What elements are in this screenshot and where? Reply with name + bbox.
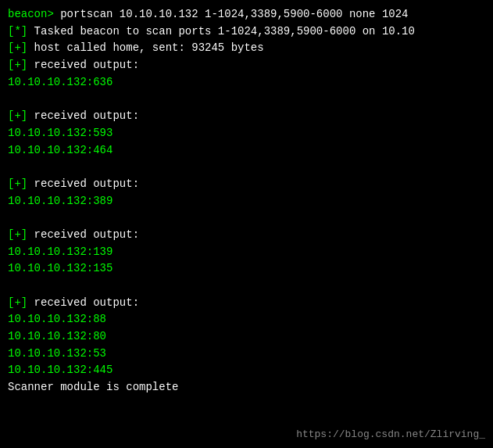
recv5-label: [+] received output: (8, 295, 485, 312)
blank3 (8, 210, 485, 227)
cmd-line: beacon> portscan 10.10.10.132 1-1024,338… (8, 6, 485, 23)
recv4-label: [+] received output: (8, 227, 485, 244)
port88: 10.10.10.132:88 (8, 311, 485, 328)
port53: 10.10.10.132:53 (8, 346, 485, 363)
port389: 10.10.10.132:389 (8, 193, 485, 210)
terminal-output: beacon> portscan 10.10.10.132 1-1024,338… (8, 6, 485, 396)
recv1-label: [+] received output: (8, 57, 485, 74)
port135: 10.10.10.132:135 (8, 260, 485, 278)
terminal-window: beacon> portscan 10.10.10.132 1-1024,338… (0, 0, 493, 448)
port445: 10.10.10.132:445 (8, 362, 485, 379)
port636: 10.10.10.132:636 (8, 74, 485, 91)
port139: 10.10.10.132:139 (8, 244, 485, 261)
blank4 (8, 278, 485, 295)
blank2 (8, 159, 485, 176)
recv3-label: [+] received output: (8, 176, 485, 193)
tasked-line: [*] Tasked beacon to scan ports 1-1024,3… (8, 23, 485, 41)
recv2-label: [+] received output: (8, 108, 485, 125)
port80: 10.10.10.132:80 (8, 328, 485, 346)
blank1 (8, 91, 485, 108)
scanner-done: Scanner module is complete (8, 379, 485, 396)
watermark: https://blog.csdn.net/Zlirving_ (296, 428, 485, 440)
port464: 10.10.10.132:464 (8, 142, 485, 159)
port593: 10.10.10.132:593 (8, 125, 485, 142)
host-line: [+] host called home, sent: 93245 bytes (8, 40, 485, 57)
